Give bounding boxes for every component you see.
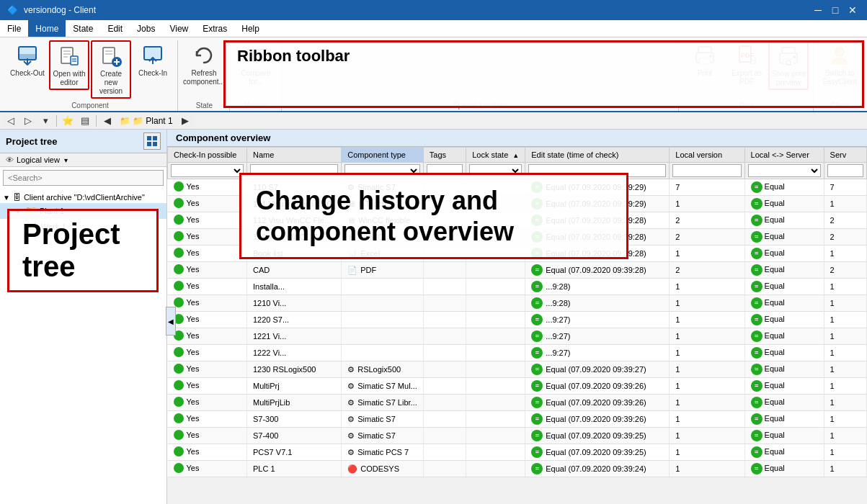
td-tags xyxy=(423,179,466,196)
filter-name[interactable] xyxy=(247,163,342,179)
maximize-button[interactable]: □ xyxy=(828,3,842,17)
svg-point-22 xyxy=(709,55,712,58)
filter-serv[interactable] xyxy=(824,163,866,179)
th-serv[interactable]: Serv xyxy=(824,148,866,163)
export-pdf-button[interactable]: PDF Export as PDF xyxy=(726,40,767,89)
th-local-server[interactable]: Local <-> Server xyxy=(744,148,824,163)
th-name[interactable]: Name xyxy=(247,148,342,163)
green-circle-icon xyxy=(174,347,184,357)
td-tags xyxy=(423,444,466,461)
checkout-button[interactable]: Check-Out xyxy=(7,40,48,85)
equal-icon: = xyxy=(531,281,543,292)
checkin-value: Yes xyxy=(187,182,200,191)
sidebar-icons xyxy=(143,132,161,150)
tree-root[interactable]: ▼ 🗄 Client archive "D:\vdClientArchive" xyxy=(0,192,166,203)
filter-lock-select[interactable] xyxy=(469,164,522,177)
checkin-status: Yes xyxy=(174,281,200,291)
td-lock xyxy=(466,428,525,444)
table-body: Yes 110 S7 ⚙Simatic S7 = Equal (07.09.20… xyxy=(168,179,867,477)
qa-list-button[interactable]: ▤ xyxy=(77,113,93,129)
filter-ls-select[interactable] xyxy=(748,164,821,177)
qa-star-button[interactable]: ⭐ xyxy=(60,113,76,129)
filter-edit[interactable] xyxy=(525,163,670,179)
sidebar-collapse-button[interactable]: ◀ xyxy=(166,307,176,336)
filter-ls[interactable] xyxy=(744,163,824,179)
filter-local-ver-input[interactable] xyxy=(672,164,741,177)
th-edit-state[interactable]: Edit state (time of check) xyxy=(525,148,670,163)
th-local-version[interactable]: Local version xyxy=(670,148,744,163)
menu-view[interactable]: View xyxy=(162,20,195,37)
checkin-button[interactable]: Check-In xyxy=(133,40,173,85)
th-tags[interactable]: Tags xyxy=(423,148,466,163)
td-ls: = Equal xyxy=(744,229,824,246)
compare-icon xyxy=(244,44,267,67)
open-editor-button[interactable]: Open with editor xyxy=(49,40,89,90)
td-local-ver: 1 xyxy=(670,411,744,428)
menu-help[interactable]: Help xyxy=(234,20,267,37)
th-lock-state[interactable]: Lock state ▲ xyxy=(466,148,525,163)
th-component-type[interactable]: Component type xyxy=(342,148,424,163)
close-button[interactable]: ✕ xyxy=(845,3,860,17)
table-row: Yes 112 Visu WinCC Fle... 🖥WinCC flexibl… xyxy=(168,212,867,229)
filter-checkin-select[interactable] xyxy=(171,164,244,177)
edit-status: = Equal (07.09.2020 09:39:24) xyxy=(531,463,646,474)
menu-jobs[interactable]: Jobs xyxy=(130,20,162,37)
filter-name-input[interactable] xyxy=(250,164,338,177)
svg-point-29 xyxy=(793,55,796,58)
menu-home[interactable]: Home xyxy=(28,20,66,37)
td-serv: 1 xyxy=(824,246,866,262)
qa-separator xyxy=(56,115,57,127)
qa-next-button[interactable]: ▶ xyxy=(177,113,193,129)
checkin-value: Yes xyxy=(187,331,200,340)
qa-dropdown-button[interactable]: ▾ xyxy=(37,113,53,129)
green-circle-icon xyxy=(174,397,184,407)
th-checkin[interactable]: Check-In possible xyxy=(168,148,247,163)
td-name: 1221 Vi... xyxy=(247,328,342,345)
refresh-button[interactable]: Refresh component... xyxy=(184,40,224,89)
td-tags xyxy=(423,428,466,444)
td-type xyxy=(342,279,424,295)
checkin-value: Yes xyxy=(187,397,200,406)
compare-button[interactable]: Compare for... xyxy=(236,40,276,89)
minimize-button[interactable]: ─ xyxy=(811,3,825,17)
ribbon-group-version: Compare for... Version xyxy=(231,40,282,111)
show-print-preview-button[interactable]: Show print preview xyxy=(768,40,809,90)
qa-prev-button[interactable]: ◀ xyxy=(99,113,115,129)
tree-item-werk1[interactable]: 📁 Werk 1 xyxy=(0,219,166,235)
filter-checkin[interactable] xyxy=(168,163,247,179)
print-button[interactable]: Print xyxy=(685,40,725,85)
qa-forward-button[interactable]: ▷ xyxy=(20,113,36,129)
td-edit: = ...9:27) xyxy=(525,328,670,345)
filter-local-ver[interactable] xyxy=(670,163,744,179)
checkin-status: Yes xyxy=(174,181,200,192)
filter-type[interactable] xyxy=(342,163,424,179)
view-dropdown-icon[interactable]: ▾ xyxy=(64,156,68,164)
filter-edit-input[interactable] xyxy=(528,164,666,177)
filter-tags-input[interactable] xyxy=(427,164,463,177)
menu-file[interactable]: File xyxy=(0,20,28,37)
create-version-button[interactable]: Create new version xyxy=(91,40,131,99)
menu-state[interactable]: State xyxy=(66,20,100,37)
svg-rect-34 xyxy=(153,136,157,140)
filter-lock[interactable] xyxy=(466,163,525,179)
filter-type-select[interactable] xyxy=(344,164,420,177)
filter-serv-input[interactable] xyxy=(827,164,863,177)
table-row: Yes MultiPrjLib ⚙Simatic S7 Libr... = Eq… xyxy=(168,395,867,411)
svg-rect-17 xyxy=(257,50,264,61)
search-input[interactable] xyxy=(3,170,164,186)
td-edit: = Equal (07.09.2020 09:39:24) xyxy=(525,461,670,477)
tree-werk1-label: Werk 1 xyxy=(41,222,66,231)
sidebar-icon-grid[interactable] xyxy=(143,132,161,150)
td-local-ver: 1 xyxy=(670,428,744,444)
switch-client-button[interactable]: Switch to EasyClient xyxy=(819,40,860,89)
td-local-ver: 1 xyxy=(670,196,744,212)
menu-edit[interactable]: Edit xyxy=(100,20,130,37)
tree-item-plant1[interactable]: ▼ 📁 Plant 1 xyxy=(0,203,166,219)
td-type: 🔴CODESYS xyxy=(342,461,424,477)
menu-extras[interactable]: Extras xyxy=(195,20,234,37)
qa-back-button[interactable]: ◁ xyxy=(3,113,19,129)
ribbon-group-state-buttons: Refresh component... xyxy=(184,40,225,99)
filter-tags[interactable] xyxy=(423,163,466,179)
checkout-label: Check-Out xyxy=(10,69,45,78)
td-ls: = Equal xyxy=(744,461,824,477)
